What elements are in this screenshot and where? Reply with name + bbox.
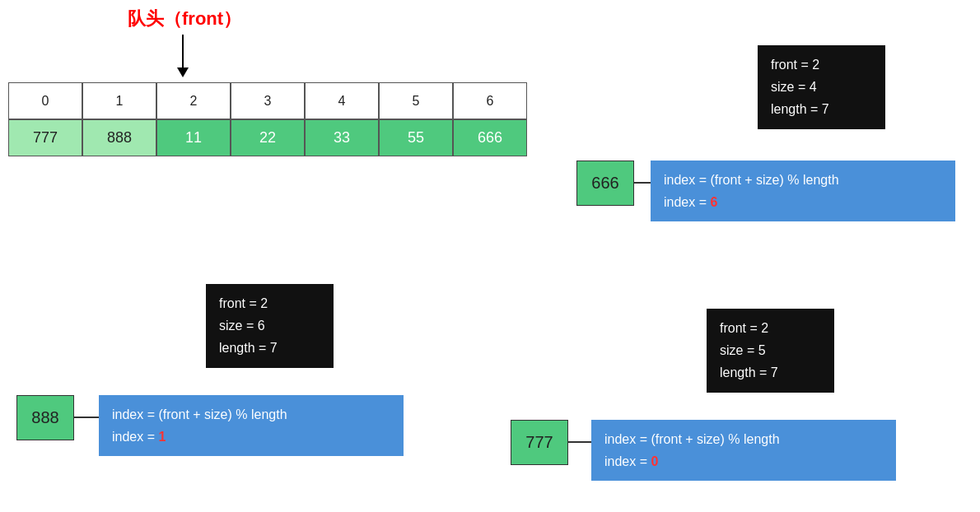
val-1: 888 <box>82 119 156 156</box>
tr-line1: front = 2 <box>771 58 819 72</box>
bottom-right-val-box: 777 <box>511 420 568 465</box>
array-table: 0 1 2 3 4 5 6 777 888 11 22 33 55 666 <box>8 82 527 156</box>
val-4: 33 <box>305 119 379 156</box>
bottom-left-black-box: front = 2 size = 6 length = 7 <box>206 284 334 368</box>
index-4: 4 <box>305 82 379 119</box>
bl-line2: size = 6 <box>219 319 265 333</box>
index-row: 0 1 2 3 4 5 6 <box>8 82 527 119</box>
bl-blue-line2-prefix: index = <box>112 430 158 444</box>
index-6: 6 <box>453 82 527 119</box>
bl-blue-val: 1 <box>158 430 166 444</box>
top-right-black-box: front = 2 size = 4 length = 7 <box>758 45 885 129</box>
bottom-left-blue-box: index = (front + size) % length index = … <box>99 395 404 456</box>
top-right-blue-box: index = (front + size) % length index = … <box>651 161 955 221</box>
index-1: 1 <box>82 82 156 119</box>
index-3: 3 <box>231 82 305 119</box>
bl-line3: length = 7 <box>219 341 278 355</box>
index-2: 2 <box>156 82 231 119</box>
front-label: 队头（front） <box>128 7 241 31</box>
val-5: 55 <box>379 119 453 156</box>
br-line1: front = 2 <box>720 321 768 335</box>
bl-blue-line1: index = (front + size) % length <box>112 407 287 421</box>
val-2: 11 <box>156 119 231 156</box>
br-blue-line2-prefix: index = <box>604 454 651 468</box>
br-line2: size = 5 <box>720 343 766 357</box>
tr-blue-line1: index = (front + size) % length <box>664 173 839 187</box>
index-0: 0 <box>8 82 82 119</box>
br-blue-line1: index = (front + size) % length <box>604 432 780 446</box>
tr-blue-line2-prefix: index = <box>664 195 710 209</box>
bottom-left-val-box: 888 <box>16 395 74 440</box>
top-right-val-box: 666 <box>576 161 634 206</box>
br-blue-val: 0 <box>651 454 658 468</box>
val-3: 22 <box>231 119 305 156</box>
index-5: 5 <box>379 82 453 119</box>
br-line3: length = 7 <box>720 365 778 379</box>
bl-line1: front = 2 <box>219 296 268 310</box>
tr-line3: length = 7 <box>771 102 829 116</box>
tr-blue-val: 6 <box>710 195 717 209</box>
scene: 队头（front） 0 1 2 3 4 5 6 777 888 11 22 33… <box>0 0 980 512</box>
val-0: 777 <box>8 119 82 156</box>
bottom-right-blue-box: index = (front + size) % length index = … <box>591 420 896 481</box>
front-arrow <box>177 35 189 77</box>
val-6: 666 <box>453 119 527 156</box>
value-row: 777 888 11 22 33 55 666 <box>8 119 527 156</box>
bottom-right-black-box: front = 2 size = 5 length = 7 <box>707 309 834 393</box>
tr-line2: size = 4 <box>771 80 817 94</box>
